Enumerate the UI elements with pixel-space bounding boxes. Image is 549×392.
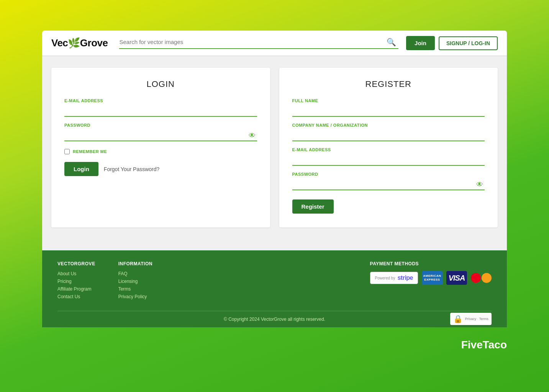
email-label: E-MAIL ADDRESS	[64, 98, 257, 103]
stripe-powered-label: Powered by	[375, 276, 395, 280]
mc-circle-right	[482, 273, 492, 283]
company-label: COMPANY NAME / ORGANIZATION	[292, 123, 485, 127]
below-footer: FiveTaco	[0, 327, 549, 363]
footer-contact-link[interactable]: Contact Us	[57, 294, 95, 299]
footer-terms-link[interactable]: Terms	[118, 286, 152, 292]
visa-badge: VISA	[446, 271, 467, 285]
footer-col2-title: INFORMATION	[118, 261, 152, 266]
remember-row: REMEMBER ME	[64, 149, 257, 154]
logo-leaf: 🌿	[68, 37, 80, 49]
register-fullname-input[interactable]	[292, 105, 485, 117]
login-password-input[interactable]	[64, 130, 257, 141]
footer-privacy-link[interactable]: Privacy Policy	[118, 294, 152, 299]
footer-bottom: © Copyright 2024 VectorGrove all rights …	[57, 311, 492, 327]
register-password-input[interactable]	[292, 179, 485, 190]
register-company-input[interactable]	[292, 130, 485, 141]
recaptcha-labels: Privacy · Terms	[465, 317, 488, 321]
register-email-input[interactable]	[292, 154, 485, 166]
login-panel: LOGIN E-MAIL ADDRESS PASSWORD 👁 REMEMBER…	[51, 68, 270, 227]
login-email-input[interactable]	[64, 105, 257, 117]
register-eye-icon[interactable]: 👁	[476, 181, 483, 189]
site-footer: VECTORGROVE About Us Pricing Affiliate P…	[42, 250, 507, 327]
footer-col-vectorgrove: VECTORGROVE About Us Pricing Affiliate P…	[57, 261, 95, 302]
eye-icon[interactable]: 👁	[249, 132, 256, 140]
footer-col3-title: PAYMENT METHODS	[370, 261, 492, 266]
join-button[interactable]: Join	[406, 36, 435, 50]
stripe-badge: Powered by stripe	[370, 272, 418, 284]
footer-columns: VECTORGROVE About Us Pricing Affiliate P…	[57, 261, 492, 311]
login-title: LOGIN	[64, 79, 257, 89]
password-label: PASSWORD	[64, 123, 257, 127]
amex-text: AMERICANEXPRESS	[423, 274, 441, 281]
mastercard-badge	[471, 271, 492, 285]
register-email-label: E-MAIL ADDRESS	[292, 147, 485, 152]
register-password-label: PASSWORD	[292, 172, 485, 176]
search-input[interactable]	[119, 39, 384, 45]
stripe-logo: stripe	[397, 274, 413, 281]
nav-buttons: Join SIGNUP / LOG-IN	[406, 36, 498, 50]
footer-licensing-link[interactable]: Licensing	[118, 279, 152, 284]
fivetaco-logo: FiveTaco	[461, 339, 507, 351]
logo: Vec🌿Grove	[51, 37, 108, 49]
footer-affiliate-link[interactable]: Affiliate Program	[57, 286, 95, 292]
visa-text: VISA	[449, 274, 465, 283]
footer-pricing-link[interactable]: Pricing	[57, 279, 95, 284]
fullname-label: FULL NAME	[292, 98, 485, 103]
payment-methods-row: Powered by stripe AMERICANEXPRESS VISA	[370, 271, 492, 285]
login-action-row: Login Forgot Your Password?	[64, 162, 257, 176]
copyright-text: © Copyright 2024 VectorGrove all rights …	[224, 317, 325, 322]
amex-badge: AMERICANEXPRESS	[422, 271, 442, 285]
signup-login-button[interactable]: SIGNUP / LOG-IN	[439, 36, 498, 50]
footer-faq-link[interactable]: FAQ	[118, 271, 152, 276]
login-button[interactable]: Login	[64, 162, 98, 176]
remember-label: REMEMBER ME	[73, 149, 107, 154]
search-container: 🔍	[119, 38, 398, 49]
mc-circle-left	[471, 273, 481, 283]
forgot-password-link[interactable]: Forgot Your Password?	[104, 166, 160, 172]
register-password-wrapper: 👁	[292, 179, 485, 190]
recaptcha-label: Privacy · Terms	[465, 317, 488, 321]
footer-col-payment: PAYMENT METHODS Powered by stripe AMERIC…	[370, 261, 492, 302]
logo-text: Vec🌿Grove	[51, 37, 108, 49]
content-area: LOGIN E-MAIL ADDRESS PASSWORD 👁 REMEMBER…	[42, 56, 507, 250]
recaptcha-icon: 🔒	[453, 314, 463, 323]
footer-col1-title: VECTORGROVE	[57, 261, 95, 266]
register-title: REGISTER	[292, 79, 485, 89]
login-password-wrapper: 👁	[64, 130, 257, 141]
site-header: Vec🌿Grove 🔍 Join SIGNUP / LOG-IN	[42, 31, 507, 56]
register-button[interactable]: Register	[292, 199, 334, 214]
footer-about-link[interactable]: About Us	[57, 271, 95, 276]
search-button[interactable]: 🔍	[384, 38, 398, 47]
register-panel: REGISTER FULL NAME COMPANY NAME / ORGANI…	[279, 68, 498, 227]
recaptcha-badge: 🔒 Privacy · Terms	[450, 313, 492, 325]
footer-col-information: INFORMATION FAQ Licensing Terms Privacy …	[118, 261, 152, 302]
remember-checkbox[interactable]	[64, 149, 70, 154]
